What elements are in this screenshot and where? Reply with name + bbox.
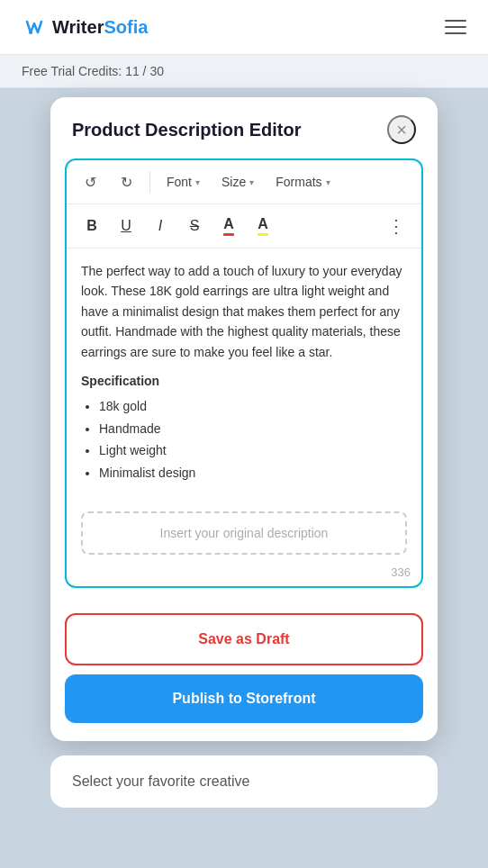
modal-overlay: Product Description Editor × ↺ ↻ (0, 88, 488, 868)
main-content: Product Description Editor × ↺ ↻ (0, 88, 488, 868)
spec-header: Specification (81, 371, 407, 391)
logo-text: WriterSofia (52, 17, 148, 38)
list-item: Light weight (99, 440, 407, 460)
text-color-icon: A (223, 216, 234, 236)
bg-color-icon: A (258, 216, 268, 236)
list-item: Handmade (99, 419, 407, 439)
toolbar-row2: B U I S A A ⋮ (67, 204, 421, 249)
bottom-area: Select your favorite creative (50, 755, 438, 808)
logo: WriterSofia (22, 14, 148, 40)
spec-list: 18k gold Handmade Light weight Minimalis… (81, 396, 407, 483)
strikethrough-button[interactable]: S (178, 210, 211, 242)
toolbar-row1: ↺ ↻ Font ▾ Size ▾ (67, 160, 421, 204)
product-description-modal: Product Description Editor × ↺ ↻ (50, 97, 438, 741)
list-item: Minimalist design (99, 463, 407, 483)
redo-icon: ↻ (121, 174, 132, 191)
formats-dropdown[interactable]: Formats ▾ (268, 171, 337, 193)
action-buttons: Save as Draft Publish to Storefront (50, 602, 438, 741)
more-options-button[interactable]: ⋮ (380, 210, 412, 242)
char-count: 336 (67, 562, 421, 586)
font-label: Font (167, 175, 192, 189)
underline-button[interactable]: U (110, 210, 142, 242)
insert-description-button[interactable]: Insert your original description (81, 511, 407, 555)
modal-close-button[interactable]: × (387, 115, 416, 144)
bold-button[interactable]: B (76, 210, 108, 242)
bottom-label: Select your favorite creative (72, 773, 249, 789)
formats-label: Formats (276, 175, 321, 189)
font-chevron-icon: ▾ (195, 177, 200, 187)
modal-title: Product Description Editor (72, 120, 301, 140)
publish-button[interactable]: Publish to Storefront (65, 674, 423, 723)
insert-placeholder-text: Insert your original description (160, 526, 329, 540)
save-draft-button[interactable]: Save as Draft (65, 613, 423, 665)
size-dropdown[interactable]: Size ▾ (214, 171, 261, 193)
editor-content[interactable]: The perfect way to add a touch of luxury… (67, 249, 421, 504)
more-options-icon: ⋮ (387, 215, 406, 237)
text-color-button[interactable]: A (212, 210, 245, 242)
font-dropdown[interactable]: Font ▾ (159, 171, 207, 193)
credits-bar: Free Trial Credits: 11 / 30 (0, 55, 488, 88)
modal-header: Product Description Editor × (50, 97, 438, 158)
svg-point-0 (29, 31, 32, 34)
editor-paragraph: The perfect way to add a touch of luxury… (81, 261, 407, 362)
toolbar-divider-1 (149, 171, 150, 193)
redo-button[interactable]: ↻ (112, 167, 140, 196)
credits-text: Free Trial Credits: 11 / 30 (22, 64, 164, 78)
size-chevron-icon: ▾ (249, 177, 254, 187)
undo-icon: ↺ (85, 174, 96, 191)
undo-button[interactable]: ↺ (76, 167, 104, 196)
bg-color-button[interactable]: A (247, 210, 279, 242)
size-label: Size (221, 175, 246, 189)
hamburger-menu-button[interactable] (445, 20, 466, 34)
editor-area: ↺ ↻ Font ▾ Size ▾ (65, 158, 423, 588)
logo-icon (22, 14, 47, 40)
italic-button[interactable]: I (144, 210, 176, 242)
formats-chevron-icon: ▾ (326, 177, 330, 187)
top-nav: WriterSofia (0, 0, 488, 55)
list-item: 18k gold (99, 396, 407, 416)
